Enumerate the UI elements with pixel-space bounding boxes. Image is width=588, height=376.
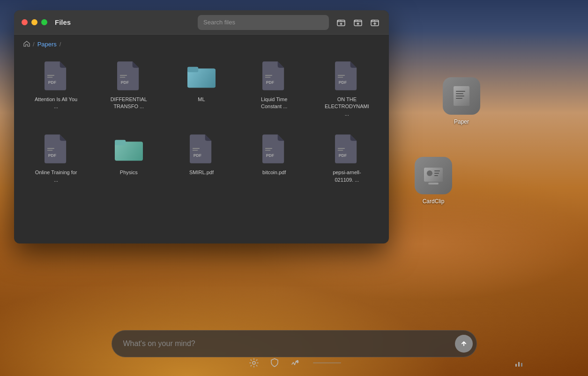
search-input[interactable] [198, 15, 329, 30]
file-name: Online Training for ... [33, 169, 80, 184]
paper-app-icon [443, 77, 480, 115]
breadcrumb-sep-2: / [60, 41, 61, 48]
maximize-button[interactable] [41, 19, 47, 25]
shield-icon[interactable] [268, 356, 281, 369]
file-icon-pdf: PDF [42, 133, 70, 165]
svg-rect-34 [456, 91, 465, 92]
breadcrumb-papers[interactable]: Papers [37, 41, 57, 48]
svg-text:PDF: PDF [339, 80, 347, 85]
svg-text:PDF: PDF [339, 153, 347, 158]
svg-rect-37 [456, 98, 462, 99]
svg-rect-19 [47, 148, 54, 149]
svg-rect-5 [47, 77, 52, 78]
files-window: Files [14, 10, 389, 243]
file-name: Liquid Time Constant ... [251, 96, 298, 111]
file-name: pepsi-arnell-021109. ... [323, 169, 370, 184]
svg-text:PDF: PDF [266, 80, 274, 85]
list-item[interactable]: PDF ON THE ELECTRODYNAMI ... [313, 54, 381, 123]
dock-separator [313, 362, 341, 363]
svg-rect-4 [47, 75, 54, 76]
dock-icons [247, 356, 341, 369]
svg-rect-14 [265, 77, 271, 78]
window-title: Files [55, 18, 71, 26]
svg-rect-17 [338, 77, 343, 78]
list-item[interactable]: Physics [94, 127, 163, 189]
svg-rect-30 [338, 148, 345, 149]
breadcrumb-home[interactable] [23, 40, 30, 48]
file-icon-pdf: PDF [260, 133, 288, 165]
svg-rect-25 [193, 150, 198, 151]
desktop-app-cardclip[interactable]: CardClip [415, 157, 452, 205]
cardclip-app-icon [415, 157, 452, 194]
chat-container [112, 330, 477, 357]
title-bar: Files [14, 10, 389, 35]
list-item[interactable]: PDF Online Training for ... [22, 127, 90, 189]
svg-rect-36 [456, 96, 464, 96]
svg-rect-7 [120, 75, 127, 76]
folder-icon [115, 133, 143, 165]
svg-rect-31 [338, 150, 343, 151]
file-grid: PDF Attention Is All You ... PDF DIFFERE… [14, 54, 389, 197]
list-item[interactable]: PDF SMIRL.pdf [167, 127, 236, 189]
activity-icon[interactable] [289, 356, 302, 369]
list-item[interactable]: PDF pepsi-arnell-021109. ... [313, 127, 381, 189]
file-name: Attention Is All You ... [33, 96, 80, 111]
file-icon-pdf: PDF [115, 59, 143, 92]
file-name: Physics [120, 169, 138, 176]
svg-point-46 [297, 360, 298, 362]
svg-rect-41 [434, 170, 440, 171]
traffic-lights [22, 19, 47, 25]
close-button[interactable] [22, 19, 28, 25]
svg-rect-16 [338, 75, 345, 76]
folder-icon [187, 59, 216, 92]
file-name: ON THE ELECTRODYNAMI ... [323, 96, 370, 118]
upload-button[interactable] [351, 16, 365, 29]
paper-app-label: Paper [454, 118, 469, 125]
desktop-app-paper[interactable]: Paper [443, 77, 480, 125]
file-name: bitcoin.pdf [262, 169, 286, 176]
svg-rect-22 [115, 140, 126, 146]
vol-bar-3 [521, 363, 522, 367]
toolbar-buttons [335, 16, 381, 29]
file-name: DIFFERENTIAL TRANSFO ... [105, 96, 152, 111]
file-name: ML [198, 96, 205, 103]
svg-text:PDF: PDF [48, 80, 56, 85]
svg-point-40 [427, 170, 432, 176]
settings-icon[interactable] [247, 356, 261, 369]
file-name: SMIRL.pdf [189, 169, 214, 176]
svg-rect-20 [47, 150, 52, 151]
svg-rect-27 [265, 148, 272, 149]
vol-bar-2 [518, 362, 520, 367]
breadcrumb: / Papers / [14, 35, 389, 54]
list-item[interactable]: ML [167, 54, 236, 123]
volume-indicator [515, 362, 522, 367]
svg-rect-35 [456, 93, 463, 94]
file-icon-pdf: PDF [333, 59, 361, 92]
svg-rect-42 [434, 173, 439, 174]
chat-input[interactable] [123, 339, 449, 348]
list-item[interactable]: PDF bitcoin.pdf [240, 127, 309, 189]
list-item[interactable]: PDF Liquid Time Constant ... [240, 54, 309, 123]
chat-bar [112, 330, 477, 357]
svg-rect-43 [434, 175, 438, 176]
file-icon-pdf: PDF [260, 59, 288, 92]
svg-rect-28 [265, 150, 271, 151]
svg-text:PDF: PDF [194, 153, 201, 158]
add-button[interactable] [368, 16, 381, 29]
svg-rect-13 [265, 75, 272, 76]
svg-text:PDF: PDF [120, 80, 128, 85]
list-item[interactable]: PDF Attention Is All You ... [22, 54, 90, 123]
file-icon-pdf: PDF [333, 133, 361, 165]
new-folder-button[interactable] [335, 16, 348, 29]
svg-rect-24 [193, 148, 200, 149]
svg-rect-39 [424, 168, 443, 182]
breadcrumb-sep-1: / [33, 41, 35, 48]
file-icon-pdf: PDF [187, 133, 216, 165]
svg-rect-8 [120, 77, 126, 78]
chat-send-button[interactable] [455, 335, 473, 353]
list-item[interactable]: PDF DIFFERENTIAL TRANSFO ... [94, 54, 163, 123]
svg-point-45 [253, 361, 255, 364]
svg-rect-11 [187, 67, 198, 73]
minimize-button[interactable] [31, 19, 37, 25]
file-icon-pdf: PDF [42, 59, 70, 92]
